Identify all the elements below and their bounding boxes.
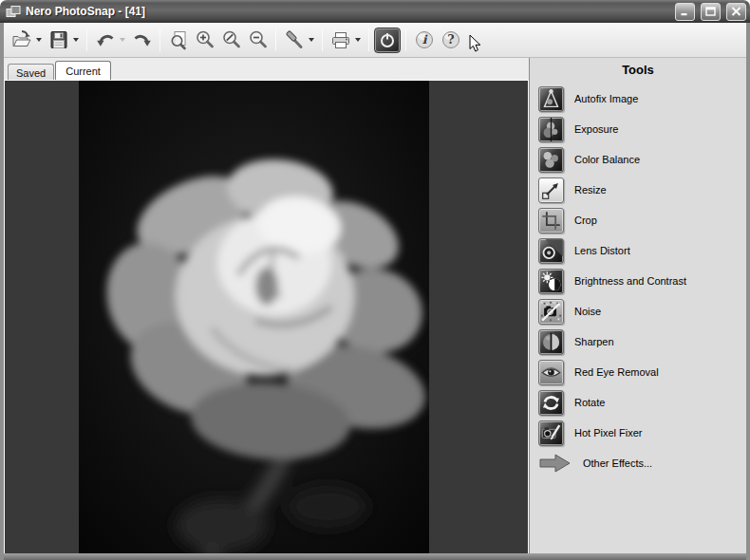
tab-strip: Saved Current <box>4 58 529 80</box>
info-button[interactable]: i <box>411 27 437 53</box>
undo-icon <box>95 29 116 50</box>
tab-saved[interactable]: Saved <box>8 64 54 81</box>
tool-label: Autofix Image <box>574 93 638 104</box>
window-title: Nero PhotoSnap - [41] <box>26 5 669 18</box>
tool-item-hot-pixel[interactable]: Hot Pixel Fixer <box>530 418 746 448</box>
toolbar-separator <box>159 28 160 51</box>
tool-label: Sharpen <box>574 336 614 347</box>
open-button[interactable] <box>9 27 34 53</box>
folder-open-icon <box>11 29 32 50</box>
tool-item-sharpen[interactable]: Sharpen <box>530 327 746 357</box>
tool-item-resize[interactable]: Resize <box>530 175 746 205</box>
printer-icon <box>330 29 351 50</box>
tool-label: Resize <box>574 184 607 196</box>
zoom-out-button[interactable] <box>245 27 271 53</box>
tool-item-brightness-contrast[interactable]: Brightness and Contrast <box>530 266 746 296</box>
maximize-button[interactable] <box>701 3 721 21</box>
exposure-icon <box>538 117 564 142</box>
zoom-fit-icon <box>168 29 189 50</box>
redo-button[interactable] <box>129 27 155 53</box>
app-icon[interactable] <box>6 5 21 19</box>
undo-button[interactable] <box>92 27 118 53</box>
rose-photo <box>79 81 429 553</box>
hammer-icon <box>284 29 305 50</box>
open-dropdown-caret[interactable] <box>36 38 42 42</box>
toolbar: i ? <box>4 23 746 58</box>
zoom-in-icon <box>195 29 216 50</box>
toolbar-separator <box>275 28 276 51</box>
tool-label: Color Balance <box>574 154 640 165</box>
print-dropdown-caret[interactable] <box>355 38 361 42</box>
tool-item-rotate[interactable]: Rotate <box>530 387 746 418</box>
arrow-right-icon <box>538 453 572 474</box>
save-button[interactable] <box>46 27 71 53</box>
crop-icon <box>538 208 564 233</box>
help-icon: ? <box>441 29 461 50</box>
tool-label: Crop <box>574 215 597 226</box>
app-window: Nero PhotoSnap - [41] <box>0 0 750 560</box>
tool-item-crop[interactable]: Crop <box>530 205 746 235</box>
tools-dropdown-caret[interactable] <box>309 38 314 42</box>
tool-label: Hot Pixel Fixer <box>574 427 643 439</box>
title-bar: Nero PhotoSnap - [41] <box>0 0 750 23</box>
minimize-icon <box>680 7 690 16</box>
zoom-in-button[interactable] <box>192 27 217 53</box>
hot-pixel-icon <box>538 420 564 446</box>
content-area: Saved Current <box>4 58 746 553</box>
editor-column: Saved Current <box>4 58 529 553</box>
tools-button[interactable] <box>281 27 307 53</box>
window-body: i ? Saved Current <box>0 23 750 560</box>
toolbar-separator <box>405 28 406 51</box>
undo-dropdown-caret <box>120 38 125 42</box>
mouse-cursor <box>469 35 482 56</box>
brightness-contrast-icon <box>538 269 564 294</box>
tool-item-lens-distort[interactable]: Lens Distort <box>530 235 746 266</box>
tool-label: Red Eye Removal <box>574 366 659 378</box>
tab-current[interactable]: Current <box>55 61 111 80</box>
zoom-fit-button[interactable] <box>165 27 191 53</box>
tools-panel-title: Tools <box>530 61 746 84</box>
noise-icon <box>538 299 564 325</box>
zoom-actual-button[interactable] <box>218 27 244 53</box>
tools-panel: Tools Autofix Image <box>529 58 746 553</box>
sharpen-icon <box>538 329 564 355</box>
tool-item-noise[interactable]: Noise <box>530 296 746 327</box>
help-button[interactable]: ? <box>438 27 463 53</box>
window-bottom-border <box>4 553 746 560</box>
save-dropdown-caret[interactable] <box>73 38 79 42</box>
tool-label: Noise <box>574 306 601 317</box>
tool-item-color-balance[interactable]: Color Balance <box>530 144 746 175</box>
zoom-actual-icon <box>221 29 242 50</box>
redo-icon <box>132 29 153 50</box>
tool-label: Exposure <box>574 123 618 135</box>
zoom-out-icon <box>248 29 269 50</box>
tool-item-autofix[interactable]: Autofix Image <box>530 84 746 114</box>
maximize-icon <box>705 7 716 16</box>
tool-item-red-eye[interactable]: Red Eye Removal <box>530 357 746 387</box>
info-icon: i <box>414 29 435 50</box>
print-button[interactable] <box>328 27 353 53</box>
tool-label: Lens Distort <box>574 245 630 256</box>
image-canvas <box>4 80 529 553</box>
toolbar-separator <box>368 28 369 51</box>
red-eye-icon <box>538 360 564 385</box>
rotate-icon <box>538 390 564 416</box>
toolbar-separator <box>322 28 323 51</box>
lens-distort-icon <box>538 238 564 264</box>
tool-label: Other Effects... <box>583 457 652 469</box>
tool-label: Brightness and Contrast <box>574 275 686 287</box>
close-button[interactable] <box>726 3 746 21</box>
close-icon <box>731 7 741 16</box>
power-icon <box>377 29 398 51</box>
exit-button[interactable] <box>374 28 401 53</box>
tool-item-exposure[interactable]: Exposure <box>530 114 746 144</box>
tool-item-other-effects[interactable]: Other Effects... <box>530 448 746 478</box>
toolbar-separator <box>86 28 87 51</box>
autofix-icon <box>538 86 564 112</box>
svg-text:?: ? <box>447 32 454 47</box>
resize-icon <box>538 177 564 203</box>
save-floppy-icon <box>48 29 69 50</box>
minimize-button[interactable] <box>675 3 695 21</box>
tool-label: Rotate <box>574 397 605 408</box>
color-balance-icon <box>538 147 564 173</box>
